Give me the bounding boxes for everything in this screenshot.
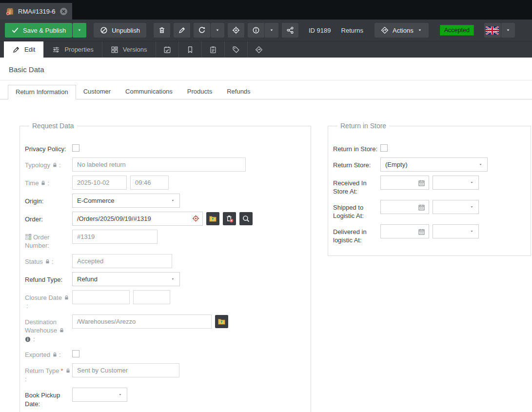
tab-return-information[interactable]: Return Information xyxy=(8,85,76,99)
calendar-icon xyxy=(418,179,425,187)
refresh-icon xyxy=(198,26,206,34)
trash-icon xyxy=(158,26,166,34)
order-label: Order: xyxy=(25,212,72,226)
tab-refunds[interactable]: Refunds xyxy=(219,85,257,99)
refund-type-select[interactable]: Refund xyxy=(72,272,180,286)
share-icon xyxy=(286,26,294,34)
return-store-select[interactable]: (Empty) xyxy=(380,157,488,172)
dropdown-caret-icon xyxy=(478,163,483,166)
locate-in-tree-button[interactable] xyxy=(228,23,244,38)
calendar-icon xyxy=(418,228,425,235)
workflow-tab-button[interactable] xyxy=(248,41,270,58)
folder-open-icon xyxy=(209,215,217,223)
tags-tab-button[interactable] xyxy=(225,41,247,58)
dropdown-caret-icon xyxy=(118,393,122,396)
exported-checkbox[interactable] xyxy=(72,350,79,357)
tab-products[interactable]: Products xyxy=(180,85,219,99)
received-in-store-date-input[interactable] xyxy=(380,176,429,190)
delivered-in-logistic-date-input[interactable] xyxy=(380,224,429,238)
closure-date-date-input[interactable] xyxy=(72,290,130,304)
object-nav-row: Edit Properties Versions xyxy=(0,41,532,58)
refund-type-field: Refund Type: Refund xyxy=(25,272,306,286)
chevron-down-icon xyxy=(506,28,511,32)
grid-icon xyxy=(111,46,118,54)
shipped-to-logistic-at-label: Shipped to Logistic At: xyxy=(333,200,380,220)
chevron-down-icon xyxy=(269,28,274,32)
reload-button[interactable] xyxy=(194,23,210,38)
close-icon[interactable] xyxy=(59,7,68,16)
return-type-label: Return Type* : xyxy=(25,363,72,384)
lock-icon xyxy=(40,180,46,186)
info-options-button[interactable] xyxy=(265,23,278,38)
time-time-input[interactable] xyxy=(130,176,169,190)
destination-warehouse-input[interactable] xyxy=(72,314,212,329)
dropdown-caret-icon xyxy=(171,199,175,202)
tab-versions[interactable]: Versions xyxy=(102,41,156,58)
language-flag-button[interactable] xyxy=(484,23,501,38)
closure-date-label: Closure Date: xyxy=(25,290,72,311)
order-search-button[interactable] xyxy=(239,212,253,225)
workflow-icon xyxy=(381,26,389,34)
save-options-button[interactable] xyxy=(73,23,86,38)
received-in-store-time-select[interactable] xyxy=(433,176,479,190)
object-id-label: ID 9189 xyxy=(309,27,331,34)
unpublish-button[interactable]: Unpublish xyxy=(94,23,146,38)
shipped-to-logistic-time-select[interactable] xyxy=(433,200,479,214)
return-store-value: (Empty) xyxy=(385,161,408,168)
status-badge: Accepted xyxy=(440,25,474,36)
closure-date-time-input[interactable] xyxy=(133,290,170,304)
warehouse-open-button[interactable] xyxy=(215,315,228,328)
chevron-down-icon xyxy=(417,28,422,32)
order-remove-button[interactable] xyxy=(223,212,236,225)
order-number-field: Order Number: xyxy=(25,230,306,250)
tab-communications[interactable]: Communications xyxy=(118,85,180,99)
book-pickup-date-select[interactable] xyxy=(72,388,127,402)
tab-customer[interactable]: Customer xyxy=(76,85,118,99)
received-in-store-at-field: Received In Store At: xyxy=(333,176,526,196)
typology-input[interactable] xyxy=(72,157,246,172)
save-publish-button[interactable]: Save & Publish xyxy=(5,23,72,38)
document-tab[interactable]: RMA#1319-6 xyxy=(0,3,72,20)
order-open-button[interactable] xyxy=(206,212,219,225)
pencil-icon xyxy=(12,46,20,54)
delivered-in-logistic-time-select[interactable] xyxy=(433,224,479,238)
typology-label: Typology: xyxy=(25,157,72,172)
reload-options-button[interactable] xyxy=(211,23,224,38)
language-select-button[interactable] xyxy=(501,23,515,38)
origin-select[interactable]: E-Commerce xyxy=(72,194,180,208)
uk-flag-icon xyxy=(486,26,499,35)
origin-field: Origin: E-Commerce xyxy=(25,194,306,208)
tab-edit[interactable]: Edit xyxy=(4,41,43,58)
shipped-to-logistic-at-field: Shipped to Logistic At: xyxy=(333,200,526,220)
return-type-field: Return Type* : xyxy=(25,363,306,384)
order-relation-input[interactable] xyxy=(72,212,203,226)
shipped-to-logistic-date-input[interactable] xyxy=(380,200,429,214)
chevron-down-icon xyxy=(215,28,220,32)
dropdown-caret-icon xyxy=(470,230,474,233)
lock-icon xyxy=(64,295,69,300)
clipboard-icon xyxy=(209,46,217,54)
target-icon[interactable] xyxy=(192,215,199,222)
tab-properties[interactable]: Properties xyxy=(44,41,101,58)
status-input[interactable] xyxy=(72,254,172,268)
ban-icon xyxy=(100,26,108,34)
received-in-store-at-label: Received In Store At: xyxy=(333,176,380,196)
bookmark-tab-button[interactable] xyxy=(179,41,201,58)
delete-button[interactable] xyxy=(154,23,170,38)
pencil-icon xyxy=(178,26,186,34)
actions-button[interactable]: Actions xyxy=(374,23,429,38)
notes-events-tab-button[interactable] xyxy=(202,41,224,58)
privacy-policy-checkbox[interactable] xyxy=(72,144,79,152)
return-in-store-checkbox[interactable] xyxy=(380,144,388,152)
share-button[interactable] xyxy=(282,23,298,38)
schedule-tab-button[interactable] xyxy=(156,41,178,58)
rename-button[interactable] xyxy=(174,23,190,38)
order-number-input[interactable] xyxy=(72,230,158,244)
status-label: Status: xyxy=(25,254,72,268)
info-icon xyxy=(252,26,260,34)
time-date-input[interactable] xyxy=(72,176,127,190)
return-type-input[interactable] xyxy=(72,363,179,377)
lock-icon xyxy=(65,368,71,373)
delivered-in-logistic-at-label: Delivered in logistic At: xyxy=(333,224,380,245)
info-button[interactable] xyxy=(248,23,264,38)
